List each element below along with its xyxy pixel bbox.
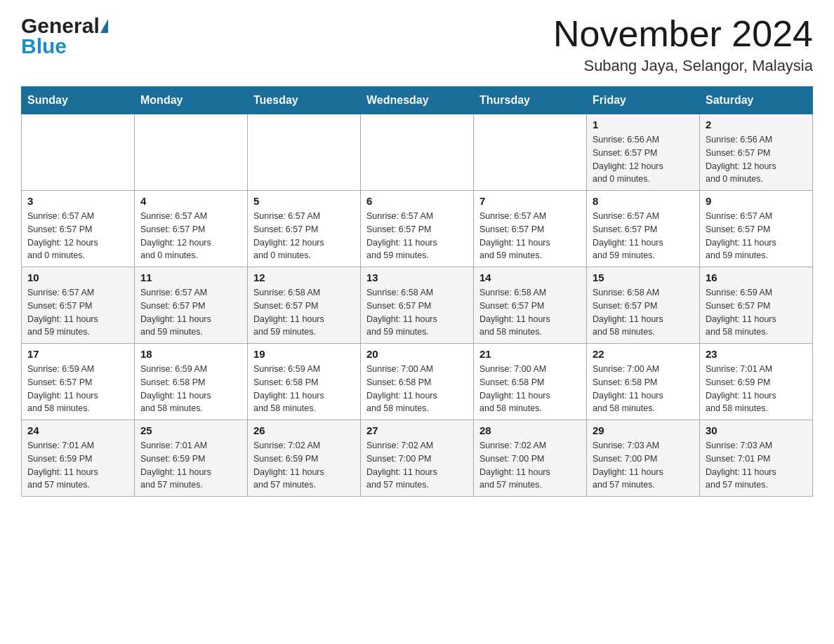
day-number: 18	[140, 348, 241, 360]
day-number: 14	[479, 271, 581, 283]
calendar-cell: 15Sunrise: 6:58 AMSunset: 6:57 PMDayligh…	[587, 267, 700, 344]
day-number: 30	[706, 424, 807, 436]
page-header: General Blue November 2024 Subang Jaya, …	[21, 14, 813, 75]
day-info: Sunrise: 6:59 AMSunset: 6:57 PMDaylight:…	[706, 286, 807, 339]
day-info: Sunrise: 6:56 AMSunset: 6:57 PMDaylight:…	[593, 133, 694, 186]
month-title: November 2024	[553, 14, 813, 54]
day-number: 22	[593, 348, 694, 360]
calendar-cell: 29Sunrise: 7:03 AMSunset: 7:00 PMDayligh…	[587, 420, 700, 497]
calendar-week-row: 1Sunrise: 6:56 AMSunset: 6:57 PMDaylight…	[22, 114, 813, 191]
calendar-cell: 28Sunrise: 7:02 AMSunset: 7:00 PMDayligh…	[474, 420, 587, 497]
day-info: Sunrise: 6:58 AMSunset: 6:57 PMDaylight:…	[253, 286, 355, 339]
day-number: 5	[253, 195, 355, 207]
title-block: November 2024 Subang Jaya, Selangor, Mal…	[553, 14, 813, 75]
day-number: 4	[140, 195, 241, 207]
calendar-cell: 17Sunrise: 6:59 AMSunset: 6:57 PMDayligh…	[22, 344, 135, 420]
calendar-cell: 12Sunrise: 6:58 AMSunset: 6:57 PMDayligh…	[248, 267, 361, 344]
calendar-cell: 23Sunrise: 7:01 AMSunset: 6:59 PMDayligh…	[700, 344, 813, 420]
day-info: Sunrise: 7:03 AMSunset: 7:00 PMDaylight:…	[593, 439, 694, 492]
calendar-cell: 8Sunrise: 6:57 AMSunset: 6:57 PMDaylight…	[587, 191, 700, 267]
day-info: Sunrise: 6:58 AMSunset: 6:57 PMDaylight:…	[366, 286, 468, 339]
location-subtitle: Subang Jaya, Selangor, Malaysia	[553, 57, 813, 75]
day-number: 1	[593, 119, 694, 130]
calendar-cell: 11Sunrise: 6:57 AMSunset: 6:57 PMDayligh…	[135, 267, 248, 344]
day-number: 17	[27, 348, 128, 360]
col-header-monday: Monday	[135, 87, 248, 114]
calendar-cell: 18Sunrise: 6:59 AMSunset: 6:58 PMDayligh…	[135, 344, 248, 420]
calendar-cell: 16Sunrise: 6:59 AMSunset: 6:57 PMDayligh…	[700, 267, 813, 344]
day-info: Sunrise: 6:57 AMSunset: 6:57 PMDaylight:…	[27, 286, 128, 339]
col-header-wednesday: Wednesday	[361, 87, 474, 114]
calendar-cell: 27Sunrise: 7:02 AMSunset: 7:00 PMDayligh…	[361, 420, 474, 497]
day-info: Sunrise: 6:57 AMSunset: 6:57 PMDaylight:…	[27, 210, 128, 262]
day-info: Sunrise: 6:57 AMSunset: 6:57 PMDaylight:…	[706, 210, 807, 262]
calendar-cell: 4Sunrise: 6:57 AMSunset: 6:57 PMDaylight…	[135, 191, 248, 267]
calendar-cell: 20Sunrise: 7:00 AMSunset: 6:58 PMDayligh…	[361, 344, 474, 420]
day-number: 8	[593, 195, 694, 207]
col-header-tuesday: Tuesday	[248, 87, 361, 114]
day-info: Sunrise: 7:03 AMSunset: 7:01 PMDaylight:…	[706, 439, 807, 492]
col-header-friday: Friday	[587, 87, 700, 114]
day-info: Sunrise: 6:57 AMSunset: 6:57 PMDaylight:…	[593, 210, 694, 262]
day-info: Sunrise: 6:58 AMSunset: 6:57 PMDaylight:…	[593, 286, 694, 339]
calendar-cell: 26Sunrise: 7:02 AMSunset: 6:59 PMDayligh…	[248, 420, 361, 497]
day-number: 24	[27, 424, 128, 436]
calendar-cell: 19Sunrise: 6:59 AMSunset: 6:58 PMDayligh…	[248, 344, 361, 420]
calendar-cell: 25Sunrise: 7:01 AMSunset: 6:59 PMDayligh…	[135, 420, 248, 497]
day-number: 6	[366, 195, 468, 207]
day-info: Sunrise: 7:01 AMSunset: 6:59 PMDaylight:…	[706, 363, 807, 415]
calendar-cell: 10Sunrise: 6:57 AMSunset: 6:57 PMDayligh…	[22, 267, 135, 344]
day-info: Sunrise: 6:56 AMSunset: 6:57 PMDaylight:…	[706, 133, 807, 186]
day-info: Sunrise: 7:00 AMSunset: 6:58 PMDaylight:…	[593, 363, 694, 415]
calendar-cell: 30Sunrise: 7:03 AMSunset: 7:01 PMDayligh…	[700, 420, 813, 497]
day-info: Sunrise: 6:59 AMSunset: 6:58 PMDaylight:…	[140, 363, 241, 415]
calendar-week-row: 10Sunrise: 6:57 AMSunset: 6:57 PMDayligh…	[22, 267, 813, 344]
calendar-cell	[135, 114, 248, 191]
day-info: Sunrise: 7:02 AMSunset: 7:00 PMDaylight:…	[366, 439, 468, 492]
day-number: 12	[253, 271, 355, 283]
day-number: 13	[366, 271, 468, 283]
col-header-sunday: Sunday	[22, 87, 135, 114]
day-number: 10	[27, 271, 128, 283]
day-number: 11	[140, 271, 241, 283]
day-info: Sunrise: 6:59 AMSunset: 6:57 PMDaylight:…	[27, 363, 128, 415]
day-info: Sunrise: 7:01 AMSunset: 6:59 PMDaylight:…	[27, 439, 128, 492]
calendar-cell: 21Sunrise: 7:00 AMSunset: 6:58 PMDayligh…	[474, 344, 587, 420]
day-number: 3	[27, 195, 128, 207]
day-number: 15	[593, 271, 694, 283]
day-info: Sunrise: 7:00 AMSunset: 6:58 PMDaylight:…	[366, 363, 468, 415]
logo-blue-text: Blue	[21, 34, 67, 58]
calendar-cell: 13Sunrise: 6:58 AMSunset: 6:57 PMDayligh…	[361, 267, 474, 344]
logo: General Blue	[21, 14, 108, 58]
day-info: Sunrise: 7:02 AMSunset: 7:00 PMDaylight:…	[479, 439, 581, 492]
day-number: 21	[479, 348, 581, 360]
calendar-cell: 5Sunrise: 6:57 AMSunset: 6:57 PMDaylight…	[248, 191, 361, 267]
calendar-cell: 1Sunrise: 6:56 AMSunset: 6:57 PMDaylight…	[587, 114, 700, 191]
day-number: 27	[366, 424, 468, 436]
day-number: 20	[366, 348, 468, 360]
calendar-table: SundayMondayTuesdayWednesdayThursdayFrid…	[21, 86, 813, 497]
calendar-cell: 7Sunrise: 6:57 AMSunset: 6:57 PMDaylight…	[474, 191, 587, 267]
day-info: Sunrise: 6:57 AMSunset: 6:57 PMDaylight:…	[366, 210, 468, 262]
day-info: Sunrise: 6:58 AMSunset: 6:57 PMDaylight:…	[479, 286, 581, 339]
day-info: Sunrise: 7:00 AMSunset: 6:58 PMDaylight:…	[479, 363, 581, 415]
calendar-cell: 6Sunrise: 6:57 AMSunset: 6:57 PMDaylight…	[361, 191, 474, 267]
day-info: Sunrise: 6:59 AMSunset: 6:58 PMDaylight:…	[253, 363, 355, 415]
logo-triangle-icon	[100, 19, 108, 33]
day-number: 29	[593, 424, 694, 436]
calendar-cell	[22, 114, 135, 191]
day-number: 26	[253, 424, 355, 436]
day-number: 9	[706, 195, 807, 207]
calendar-cell	[474, 114, 587, 191]
day-number: 25	[140, 424, 241, 436]
day-number: 7	[479, 195, 581, 207]
day-info: Sunrise: 6:57 AMSunset: 6:57 PMDaylight:…	[253, 210, 355, 262]
calendar-week-row: 3Sunrise: 6:57 AMSunset: 6:57 PMDaylight…	[22, 191, 813, 267]
calendar-cell	[361, 114, 474, 191]
col-header-saturday: Saturday	[700, 87, 813, 114]
calendar-week-row: 17Sunrise: 6:59 AMSunset: 6:57 PMDayligh…	[22, 344, 813, 420]
calendar-cell: 22Sunrise: 7:00 AMSunset: 6:58 PMDayligh…	[587, 344, 700, 420]
day-number: 19	[253, 348, 355, 360]
day-number: 2	[706, 119, 807, 130]
day-number: 23	[706, 348, 807, 360]
